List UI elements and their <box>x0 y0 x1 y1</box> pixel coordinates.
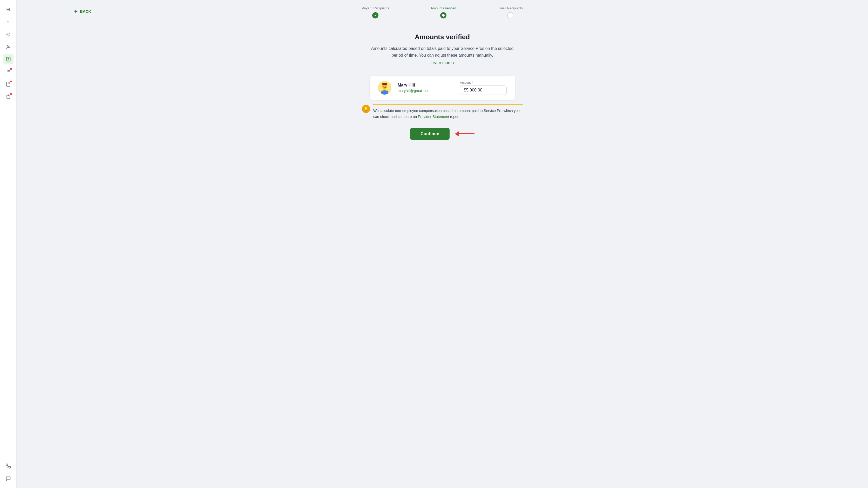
lightbulb-icon: 💡 <box>362 105 370 113</box>
arrow-head <box>455 131 459 137</box>
step-2: Amounts Verified <box>431 6 456 19</box>
sidebar-item-people[interactable] <box>3 41 13 52</box>
step-1-circle: ✓ <box>372 12 378 19</box>
sidebar-item-documents[interactable] <box>3 79 13 89</box>
step-1-label: Payer / Recipients <box>362 6 390 10</box>
stepper: Payer / Recipients ✓ Amounts Verified Em… <box>362 6 523 19</box>
step-2-label: Amounts Verified <box>431 6 456 10</box>
step-3-label: Email Recipients <box>498 6 523 10</box>
info-separator: 💡 We calculate non-employee compensation… <box>362 100 523 119</box>
sidebar-item-dashboard[interactable]: ⊞ <box>3 4 13 15</box>
check-icon-1: ✓ <box>374 13 377 18</box>
info-text: We calculate non-employee compensation b… <box>373 108 523 119</box>
svg-point-19 <box>381 90 388 94</box>
amount-value: $5,000.00 <box>464 88 482 92</box>
recipient-card: Mary Hill maryhill@gmail.com Amount * $5… <box>370 76 515 100</box>
sidebar-item-reports[interactable] <box>3 54 13 64</box>
step-line-1 <box>389 15 431 15</box>
sidebar-item-tasks[interactable] <box>3 66 13 77</box>
step-2-circle <box>440 12 446 19</box>
svg-point-17 <box>385 86 386 87</box>
yellow-divider <box>373 104 523 105</box>
sidebar-item-home[interactable]: ⌂ <box>3 17 13 27</box>
amount-label: Amount * <box>460 81 507 84</box>
recipient-email: maryhill@gmail.com <box>398 89 454 93</box>
sidebar-item-payments[interactable]: ◎ <box>3 29 13 39</box>
content-area: Amounts verified Amounts calculated base… <box>17 23 868 488</box>
step-1: Payer / Recipients ✓ <box>362 6 390 19</box>
svg-point-16 <box>383 86 384 87</box>
arrow-annotation <box>455 131 474 137</box>
back-label: BACK <box>80 9 91 13</box>
avatar <box>378 81 392 94</box>
svg-point-18 <box>382 83 387 85</box>
sidebar-item-chat[interactable] <box>3 473 13 484</box>
svg-point-0 <box>7 45 9 47</box>
stepper-header: BACK Payer / Recipients ✓ Amounts Verifi… <box>17 0 868 23</box>
avatar-container <box>378 81 392 94</box>
recipient-info: Mary Hill maryhill@gmail.com <box>398 83 454 93</box>
arrow-body <box>459 133 474 134</box>
sidebar-item-receipts[interactable] <box>3 91 13 102</box>
learn-more-link[interactable]: Learn more › <box>430 61 454 65</box>
amount-field: Amount * $5,000.00 <box>460 81 507 95</box>
amount-input-container[interactable]: $5,000.00 <box>460 85 507 95</box>
info-text-after: report. <box>449 115 461 119</box>
step-3: Email Recipients <box>498 6 523 19</box>
sidebar: ⊞ ⌂ ◎ <box>0 0 17 488</box>
page-description: Amounts calculated based on totals paid … <box>370 45 515 58</box>
sidebar-item-support[interactable] <box>3 461 13 471</box>
page-title: Amounts verified <box>415 33 470 41</box>
learn-more-chevron: › <box>453 61 454 65</box>
main-content: BACK Payer / Recipients ✓ Amounts Verifi… <box>17 0 868 488</box>
continue-btn-row: Continue <box>410 128 474 140</box>
step-line-2 <box>456 15 498 15</box>
recipient-name: Mary Hill <box>398 83 454 88</box>
provider-statement-link[interactable]: Provider Statement <box>418 115 449 119</box>
learn-more-label: Learn more <box>430 61 452 65</box>
continue-button[interactable]: Continue <box>410 128 450 140</box>
svg-rect-11 <box>7 95 9 96</box>
step-3-circle <box>507 12 514 19</box>
back-button[interactable]: BACK <box>74 9 91 14</box>
